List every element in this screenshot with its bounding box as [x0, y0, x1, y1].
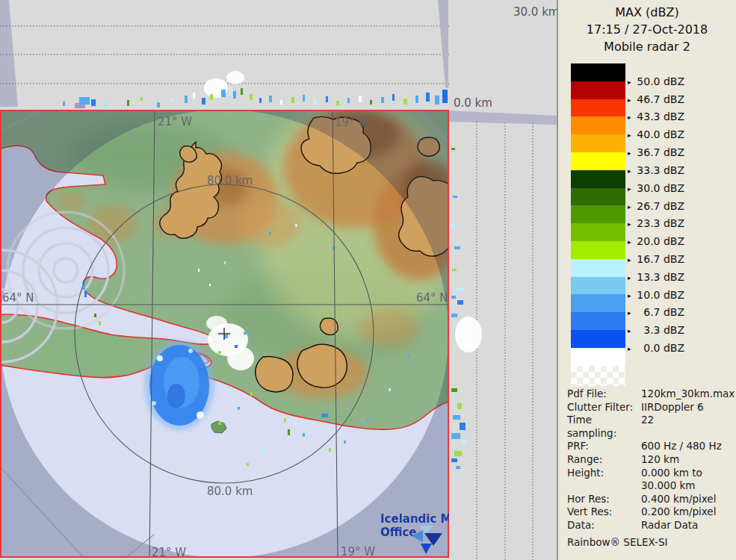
- tick-arrow-icon: ▸: [628, 220, 631, 228]
- meta-row-prf: PRF:600 Hz / 480 Hz: [567, 440, 733, 453]
- tick-arrow-icon: ▸: [628, 238, 631, 246]
- legend-swatch: [571, 277, 625, 295]
- tick-arrow-icon: ▸: [628, 345, 631, 352]
- legend-swatch: [571, 205, 625, 223]
- legend-tick: ▸33.3 dBZ: [628, 164, 725, 176]
- legend-tick: ▸0.0 dBZ: [628, 342, 725, 354]
- legend-tick: ▸43.3 dBZ: [628, 111, 725, 122]
- info-sidebar: MAX (dBZ) 17:15 / 27-Oct-2018 Mobile rad…: [557, 0, 736, 560]
- tick-arrow-icon: ▸: [628, 131, 631, 139]
- legend-tick: ▸30.0 dBZ: [628, 182, 725, 194]
- legend-swatch: [571, 170, 625, 188]
- legend-swatch: [571, 223, 625, 241]
- label-lon-left-bottom: 21° W: [152, 546, 186, 559]
- legend-tick: ▸20.0 dBZ: [628, 235, 725, 247]
- meta-row-time-sampling: Time sampling:22: [567, 414, 733, 440]
- label-lat-right: 64° N: [416, 291, 448, 305]
- label-lon-right-bottom: 19° W: [341, 545, 375, 559]
- legend-tick: ▸10.0 dBZ: [628, 289, 725, 301]
- label-height-max: 30.0 km: [513, 5, 557, 19]
- legend-transparency-checker: [571, 366, 625, 386]
- meta-row-height: Height:0.000 km to 30.000 km: [567, 467, 733, 493]
- legend-swatch-column: [571, 63, 625, 348]
- imo-logo-text-line2: Office: [380, 526, 417, 539]
- scan-datetime: 17:15 / 27-Oct-2018: [558, 21, 736, 38]
- scan-metadata: Pdf File:120km_30km.max Clutter Filter:I…: [567, 388, 733, 549]
- tick-arrow-icon: ▸: [628, 149, 631, 157]
- meta-row-range: Range:120 km: [567, 453, 733, 467]
- tick-arrow-icon: ▸: [628, 96, 631, 104]
- meta-row-hor-res: Hor Res:0.400 km/pixel: [567, 493, 733, 506]
- radar-map-canvas[interactable]: 21° W 19° W 21° W 19° W 64° N 64° N 80.0…: [0, 0, 557, 560]
- legend-tick: ▸26.7 dBZ: [628, 200, 725, 212]
- label-range-ring-bottom: 80.0 km: [207, 485, 253, 498]
- tick-arrow-icon: ▸: [628, 327, 631, 335]
- radar-map-svg: 21° W 19° W 21° W 19° W 64° N 64° N 80.0…: [0, 0, 557, 560]
- tick-arrow-icon: ▸: [628, 185, 631, 193]
- meta-row-data: Data:Radar Data: [567, 519, 733, 532]
- label-height-min: 0.0 km: [454, 96, 492, 110]
- tick-arrow-icon: ▸: [628, 78, 631, 86]
- radar-app-window: 21° W 19° W 21° W 19° W 64° N 64° N 80.0…: [0, 0, 736, 560]
- tick-arrow-icon: ▸: [628, 167, 631, 175]
- legend-swatch: [571, 241, 625, 259]
- legend-swatch: [571, 188, 625, 206]
- label-range-ring-top: 80.0 km: [207, 174, 253, 187]
- legend-swatch: [571, 116, 625, 134]
- legend-tick: ▸16.7 dBZ: [628, 253, 725, 265]
- legend-swatch: [571, 259, 625, 277]
- legend-swatch: [571, 294, 625, 312]
- meta-row-pdf-file: Pdf File:120km_30km.max: [567, 388, 733, 401]
- product-title: MAX (dBZ): [558, 4, 736, 21]
- tick-arrow-icon: ▸: [628, 113, 631, 121]
- legend-swatch: [571, 312, 625, 330]
- legend-swatch: [571, 134, 625, 152]
- legend-tick: ▸46.7 dBZ: [628, 93, 725, 105]
- legend-tick: ▸6.7 dBZ: [628, 306, 725, 318]
- tick-arrow-icon: ▸: [628, 292, 631, 299]
- sidebar-header: MAX (dBZ) 17:15 / 27-Oct-2018 Mobile rad…: [558, 4, 736, 55]
- meta-row-vert-res: Vert Res:0.200 km/pixel: [567, 505, 733, 519]
- tick-arrow-icon: ▸: [628, 256, 631, 264]
- label-lon-left-top: 21° W: [158, 115, 192, 128]
- legend-tick: ▸36.7 dBZ: [628, 146, 725, 158]
- legend-tick: ▸3.3 dBZ: [628, 324, 725, 336]
- legend-tick: ▸40.0 dBZ: [628, 128, 725, 140]
- legend-swatch: [571, 63, 625, 81]
- radar-name: Mobile radar 2: [558, 38, 736, 55]
- legend-below-scale-white: [571, 348, 625, 366]
- tick-arrow-icon: ▸: [628, 203, 631, 211]
- legend-tick: ▸13.3 dBZ: [628, 271, 725, 283]
- legend-swatch: [571, 152, 625, 170]
- label-lat-left: 64° N: [2, 291, 34, 305]
- legend-tick: ▸50.0 dBZ: [628, 75, 725, 87]
- tick-arrow-icon: ▸: [628, 309, 631, 317]
- legend-swatch: [571, 99, 625, 117]
- label-lon-right-top: 19° W: [335, 116, 369, 129]
- map-area: 21° W 19° W 21° W 19° W 64° N 64° N 80.0…: [0, 97, 465, 559]
- legend-swatch: [571, 81, 625, 99]
- software-brand: Rainbow® SELEX-SI: [567, 536, 733, 550]
- dbz-color-legend: ▸50.0 dBZ ▸46.7 dBZ ▸43.3 dBZ ▸40.0 dBZ …: [571, 63, 728, 392]
- meta-row-clutter-filter: Clutter Filter:IIRDoppler 6: [567, 401, 733, 414]
- legend-swatch: [571, 330, 625, 348]
- tick-arrow-icon: ▸: [628, 274, 631, 281]
- legend-tick: ▸23.3 dBZ: [628, 217, 725, 229]
